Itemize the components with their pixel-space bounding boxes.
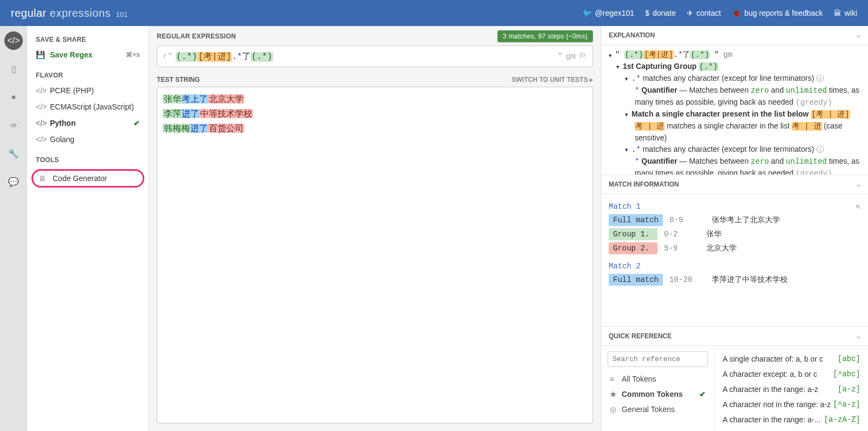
export-icon[interactable]: ⇱ xyxy=(856,202,860,211)
flavor-ecmascript[interactable]: </> ECMAScript (JavaScript) xyxy=(27,99,149,115)
qr-token-row[interactable]: A character not in the range: a-z[^a-z] xyxy=(723,397,860,412)
code-icon: </> xyxy=(36,119,47,127)
link-wiki[interactable]: 🏛wiki xyxy=(834,9,857,17)
right-column: EXPLANATION ⌵ ▾ " (.*)[考|进].*了(.*) " gm … xyxy=(601,26,868,431)
qr-cat-all[interactable]: ≡All Tokens xyxy=(608,371,708,387)
bug-icon: 🐞 xyxy=(732,9,741,17)
chevron-down-icon[interactable]: ⌵ xyxy=(857,332,860,340)
rail-chat-icon[interactable]: 💬 xyxy=(4,172,23,191)
flavor-golang[interactable]: </> Golang xyxy=(27,131,149,147)
test-line: 李萍进了中等技术学校 xyxy=(163,106,587,121)
link-donate[interactable]: $donate xyxy=(645,9,676,17)
link-twitter[interactable]: 🐦@regex101 xyxy=(583,9,635,17)
logo[interactable]: regular expressions 101 xyxy=(11,7,128,20)
qr-token-row[interactable]: A character except: a, b or c[^abc] xyxy=(723,366,860,382)
qr-cat-general[interactable]: ◎General Tokens xyxy=(608,402,708,417)
regex-prefix: r" xyxy=(163,52,173,61)
match-row: Group 1.0-2张华 xyxy=(609,228,860,240)
regex-flags[interactable]: " gm 🏳 xyxy=(558,52,587,61)
link-contact[interactable]: ✈contact xyxy=(687,9,721,17)
match-title: Match 1⇱ xyxy=(609,202,860,211)
logo-light: expressions xyxy=(50,7,111,19)
rail-user-icon[interactable]: ● xyxy=(4,88,23,106)
regex-input[interactable]: r" (.*)[考|进].*了(.*) " gm 🏳 xyxy=(157,46,593,67)
quickref-tokens: A single character of: a, b or c[abc] A … xyxy=(715,346,868,431)
send-icon: ✈ xyxy=(687,9,693,17)
qr-cat-common[interactable]: ★Common Tokens✔ xyxy=(608,387,708,402)
switch-unit-tests[interactable]: SWITCH TO UNIT TESTS ▸ xyxy=(512,76,593,83)
code-icon: </> xyxy=(36,135,47,144)
search-input[interactable] xyxy=(608,351,708,367)
chevron-down-icon[interactable]: ⌵ xyxy=(857,181,860,188)
match-title: Match 2 xyxy=(609,262,860,271)
logo-sub: 101 xyxy=(116,11,128,18)
match-info-title: MATCH INFORMATION xyxy=(609,181,679,188)
code-generator-button[interactable]: 🗎 Code Generator xyxy=(31,169,144,188)
header-links: 🐦@regex101 $donate ✈contact 🐞bug reports… xyxy=(583,9,857,17)
section-tools: TOOLS xyxy=(27,153,149,167)
list-icon: ≡ xyxy=(610,375,622,383)
wiki-icon: 🏛 xyxy=(834,9,841,17)
chevron-down-icon[interactable]: ⌵ xyxy=(857,31,860,39)
flavor-pcre[interactable]: </> PCRE (PHP) xyxy=(27,82,149,99)
section-flavor: FLAVOR xyxy=(27,68,149,82)
app-header: regular expressions 101 🐦@regex101 $dona… xyxy=(0,0,868,26)
test-string-input[interactable]: 张华考上了北京大学 李萍进了中等技术学校 韩梅梅进了百货公司 xyxy=(157,87,593,423)
code-gen-icon: 🗎 xyxy=(39,174,49,183)
flag-icon: 🏳 xyxy=(579,52,587,61)
target-icon: ◎ xyxy=(610,405,622,414)
quickref-title: QUICK REFERENCE xyxy=(609,332,672,340)
check-icon: ✔ xyxy=(133,119,140,127)
dollar-icon: $ xyxy=(645,9,649,17)
qr-token-row[interactable]: A character in the range: a-z[a-z] xyxy=(723,382,860,397)
regex-title: REGULAR EXPRESSION xyxy=(157,33,236,40)
save-kbd: ⌘+s xyxy=(126,51,140,59)
twitter-icon: 🐦 xyxy=(583,9,592,17)
match-info-panel: Match 1⇱ Full match0-9张华考上了北京大学 Group 1.… xyxy=(601,194,868,327)
star-icon: ★ xyxy=(610,390,622,398)
rail-link-icon[interactable]: ∞ xyxy=(4,116,23,134)
icon-rail: </> ▯ ● ∞ 🔧 💬 xyxy=(0,26,27,431)
save-icon: 💾 xyxy=(36,50,47,59)
logo-main: regular xyxy=(11,7,47,19)
qr-token-row[interactable]: A character in the range: a-...[a-zA-Z] xyxy=(723,412,860,427)
explanation-panel: ▾ " (.*)[考|进].*了(.*) " gm ▾ 1st Capturin… xyxy=(601,45,868,175)
sidebar: SAVE & SHARE 💾 Save Regex ⌘+s FLAVOR </>… xyxy=(27,26,149,431)
editor-column: REGULAR EXPRESSION 3 matches, 97 steps (… xyxy=(149,26,601,431)
match-badge: 3 matches, 97 steps (~0ms) xyxy=(497,30,593,42)
test-line: 韩梅梅进了百货公司 xyxy=(163,121,587,136)
regex-body: (.*)[考|进].*了(.*) xyxy=(176,51,554,62)
match-row: Full match0-9张华考上了北京大学 xyxy=(609,214,860,226)
rail-settings-icon[interactable]: 🔧 xyxy=(4,144,23,163)
save-regex-button[interactable]: 💾 Save Regex ⌘+s xyxy=(27,47,149,63)
match-row: Full match10-20李萍进了中等技术学校 xyxy=(609,274,860,286)
rail-regex-icon[interactable]: </> xyxy=(4,31,23,50)
explanation-title: EXPLANATION xyxy=(609,31,655,39)
test-title: TEST STRING xyxy=(157,76,200,83)
check-icon: ✔ xyxy=(699,390,706,398)
link-bugs[interactable]: 🐞bug reports & feedback xyxy=(732,9,823,17)
flavor-python[interactable]: </> Python ✔ xyxy=(27,115,149,131)
match-row: Group 2.5-9北京大学 xyxy=(609,242,860,254)
section-save-share: SAVE & SHARE xyxy=(27,33,149,47)
rail-library-icon[interactable]: ▯ xyxy=(4,60,23,78)
qr-token-row[interactable]: A single character of: a, b or c[abc] xyxy=(723,351,860,366)
quickref-categories: ≡All Tokens ★Common Tokens✔ ◎General Tok… xyxy=(601,346,715,431)
test-line: 张华考上了北京大学 xyxy=(163,92,587,106)
code-icon: </> xyxy=(36,102,47,111)
code-icon: </> xyxy=(36,86,47,95)
